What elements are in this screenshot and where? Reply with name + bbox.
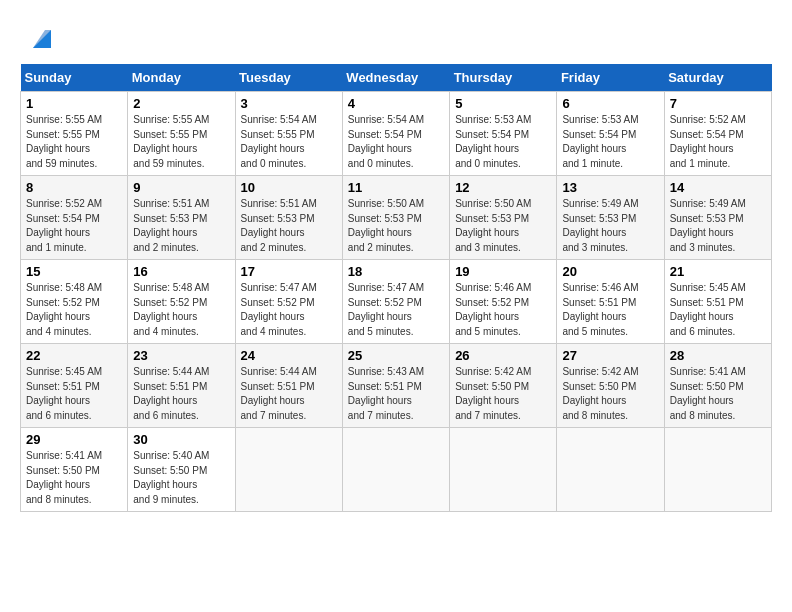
header-thursday: Thursday [450, 64, 557, 92]
day-info: Sunrise: 5:50 AMSunset: 5:53 PMDaylight … [455, 197, 551, 255]
day-number: 2 [133, 96, 229, 111]
day-info: Sunrise: 5:55 AMSunset: 5:55 PMDaylight … [133, 113, 229, 171]
day-info: Sunrise: 5:42 AMSunset: 5:50 PMDaylight … [562, 365, 658, 423]
calendar-cell: 22Sunrise: 5:45 AMSunset: 5:51 PMDayligh… [21, 344, 128, 428]
day-info: Sunrise: 5:48 AMSunset: 5:52 PMDaylight … [133, 281, 229, 339]
calendar-cell [664, 428, 771, 512]
calendar-cell: 25Sunrise: 5:43 AMSunset: 5:51 PMDayligh… [342, 344, 449, 428]
header-monday: Monday [128, 64, 235, 92]
calendar-cell: 1Sunrise: 5:55 AMSunset: 5:55 PMDaylight… [21, 92, 128, 176]
day-info: Sunrise: 5:48 AMSunset: 5:52 PMDaylight … [26, 281, 122, 339]
header-friday: Friday [557, 64, 664, 92]
calendar-cell: 2Sunrise: 5:55 AMSunset: 5:55 PMDaylight… [128, 92, 235, 176]
calendar-week-3: 15Sunrise: 5:48 AMSunset: 5:52 PMDayligh… [21, 260, 772, 344]
day-info: Sunrise: 5:51 AMSunset: 5:53 PMDaylight … [241, 197, 337, 255]
calendar-week-1: 1Sunrise: 5:55 AMSunset: 5:55 PMDaylight… [21, 92, 772, 176]
svg-marker-1 [33, 30, 51, 48]
calendar-cell: 24Sunrise: 5:44 AMSunset: 5:51 PMDayligh… [235, 344, 342, 428]
day-number: 29 [26, 432, 122, 447]
day-number: 1 [26, 96, 122, 111]
day-number: 19 [455, 264, 551, 279]
calendar-cell: 4Sunrise: 5:54 AMSunset: 5:54 PMDaylight… [342, 92, 449, 176]
calendar-header-row: SundayMondayTuesdayWednesdayThursdayFrid… [21, 64, 772, 92]
day-number: 14 [670, 180, 766, 195]
calendar-cell: 19Sunrise: 5:46 AMSunset: 5:52 PMDayligh… [450, 260, 557, 344]
day-number: 4 [348, 96, 444, 111]
page-header [20, 20, 772, 54]
calendar-cell: 3Sunrise: 5:54 AMSunset: 5:55 PMDaylight… [235, 92, 342, 176]
header-saturday: Saturday [664, 64, 771, 92]
day-number: 17 [241, 264, 337, 279]
day-number: 7 [670, 96, 766, 111]
day-info: Sunrise: 5:44 AMSunset: 5:51 PMDaylight … [133, 365, 229, 423]
calendar-cell: 9Sunrise: 5:51 AMSunset: 5:53 PMDaylight… [128, 176, 235, 260]
logo-icon [23, 20, 57, 54]
calendar-cell: 5Sunrise: 5:53 AMSunset: 5:54 PMDaylight… [450, 92, 557, 176]
calendar-cell: 29Sunrise: 5:41 AMSunset: 5:50 PMDayligh… [21, 428, 128, 512]
day-number: 5 [455, 96, 551, 111]
day-number: 22 [26, 348, 122, 363]
day-number: 20 [562, 264, 658, 279]
logo [20, 20, 57, 54]
day-number: 28 [670, 348, 766, 363]
day-number: 13 [562, 180, 658, 195]
calendar-cell: 10Sunrise: 5:51 AMSunset: 5:53 PMDayligh… [235, 176, 342, 260]
calendar-cell: 11Sunrise: 5:50 AMSunset: 5:53 PMDayligh… [342, 176, 449, 260]
day-info: Sunrise: 5:46 AMSunset: 5:52 PMDaylight … [455, 281, 551, 339]
day-info: Sunrise: 5:50 AMSunset: 5:53 PMDaylight … [348, 197, 444, 255]
day-info: Sunrise: 5:47 AMSunset: 5:52 PMDaylight … [348, 281, 444, 339]
day-number: 23 [133, 348, 229, 363]
day-number: 18 [348, 264, 444, 279]
day-info: Sunrise: 5:41 AMSunset: 5:50 PMDaylight … [26, 449, 122, 507]
calendar-cell: 8Sunrise: 5:52 AMSunset: 5:54 PMDaylight… [21, 176, 128, 260]
calendar-cell [557, 428, 664, 512]
calendar-cell: 6Sunrise: 5:53 AMSunset: 5:54 PMDaylight… [557, 92, 664, 176]
day-info: Sunrise: 5:45 AMSunset: 5:51 PMDaylight … [26, 365, 122, 423]
calendar-week-2: 8Sunrise: 5:52 AMSunset: 5:54 PMDaylight… [21, 176, 772, 260]
day-info: Sunrise: 5:42 AMSunset: 5:50 PMDaylight … [455, 365, 551, 423]
day-info: Sunrise: 5:53 AMSunset: 5:54 PMDaylight … [562, 113, 658, 171]
calendar-cell: 30Sunrise: 5:40 AMSunset: 5:50 PMDayligh… [128, 428, 235, 512]
day-info: Sunrise: 5:46 AMSunset: 5:51 PMDaylight … [562, 281, 658, 339]
day-number: 26 [455, 348, 551, 363]
day-info: Sunrise: 5:54 AMSunset: 5:55 PMDaylight … [241, 113, 337, 171]
calendar-cell: 28Sunrise: 5:41 AMSunset: 5:50 PMDayligh… [664, 344, 771, 428]
day-number: 12 [455, 180, 551, 195]
day-number: 16 [133, 264, 229, 279]
day-number: 6 [562, 96, 658, 111]
calendar-table: SundayMondayTuesdayWednesdayThursdayFrid… [20, 64, 772, 512]
calendar-cell: 13Sunrise: 5:49 AMSunset: 5:53 PMDayligh… [557, 176, 664, 260]
day-info: Sunrise: 5:52 AMSunset: 5:54 PMDaylight … [670, 113, 766, 171]
day-number: 11 [348, 180, 444, 195]
header-tuesday: Tuesday [235, 64, 342, 92]
day-number: 8 [26, 180, 122, 195]
calendar-cell: 26Sunrise: 5:42 AMSunset: 5:50 PMDayligh… [450, 344, 557, 428]
calendar-cell: 27Sunrise: 5:42 AMSunset: 5:50 PMDayligh… [557, 344, 664, 428]
calendar-cell [342, 428, 449, 512]
calendar-cell: 12Sunrise: 5:50 AMSunset: 5:53 PMDayligh… [450, 176, 557, 260]
calendar-cell: 16Sunrise: 5:48 AMSunset: 5:52 PMDayligh… [128, 260, 235, 344]
day-info: Sunrise: 5:49 AMSunset: 5:53 PMDaylight … [670, 197, 766, 255]
calendar-cell: 20Sunrise: 5:46 AMSunset: 5:51 PMDayligh… [557, 260, 664, 344]
calendar-cell: 7Sunrise: 5:52 AMSunset: 5:54 PMDaylight… [664, 92, 771, 176]
calendar-cell: 21Sunrise: 5:45 AMSunset: 5:51 PMDayligh… [664, 260, 771, 344]
calendar-cell: 15Sunrise: 5:48 AMSunset: 5:52 PMDayligh… [21, 260, 128, 344]
day-info: Sunrise: 5:53 AMSunset: 5:54 PMDaylight … [455, 113, 551, 171]
day-info: Sunrise: 5:43 AMSunset: 5:51 PMDaylight … [348, 365, 444, 423]
calendar-week-5: 29Sunrise: 5:41 AMSunset: 5:50 PMDayligh… [21, 428, 772, 512]
calendar-cell: 14Sunrise: 5:49 AMSunset: 5:53 PMDayligh… [664, 176, 771, 260]
day-info: Sunrise: 5:52 AMSunset: 5:54 PMDaylight … [26, 197, 122, 255]
day-number: 9 [133, 180, 229, 195]
day-number: 15 [26, 264, 122, 279]
day-number: 30 [133, 432, 229, 447]
day-number: 24 [241, 348, 337, 363]
day-info: Sunrise: 5:44 AMSunset: 5:51 PMDaylight … [241, 365, 337, 423]
header-sunday: Sunday [21, 64, 128, 92]
day-info: Sunrise: 5:41 AMSunset: 5:50 PMDaylight … [670, 365, 766, 423]
day-number: 27 [562, 348, 658, 363]
calendar-cell: 18Sunrise: 5:47 AMSunset: 5:52 PMDayligh… [342, 260, 449, 344]
day-info: Sunrise: 5:49 AMSunset: 5:53 PMDaylight … [562, 197, 658, 255]
day-info: Sunrise: 5:47 AMSunset: 5:52 PMDaylight … [241, 281, 337, 339]
day-number: 21 [670, 264, 766, 279]
calendar-cell: 23Sunrise: 5:44 AMSunset: 5:51 PMDayligh… [128, 344, 235, 428]
